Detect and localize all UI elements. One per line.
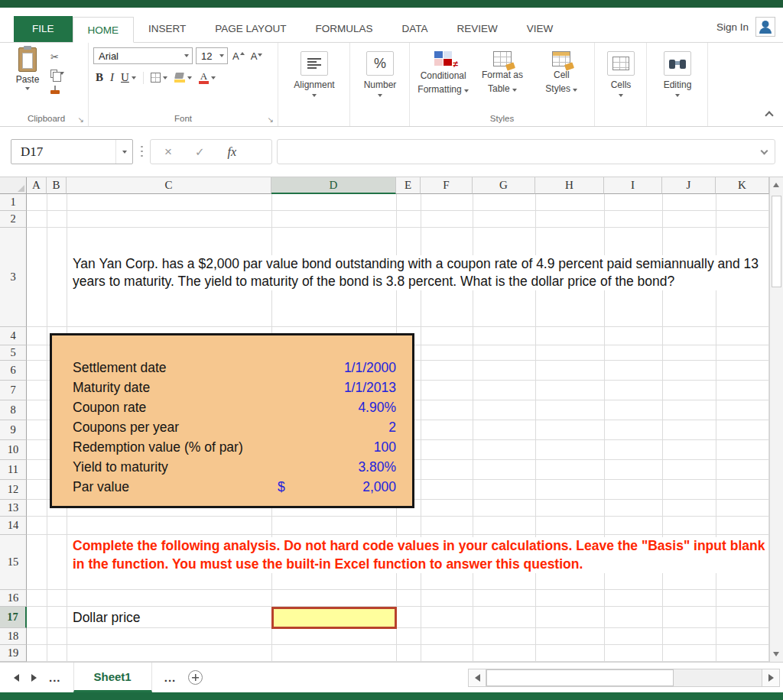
row-header-12[interactable]: 12 [0,480,27,500]
input-value[interactable]: 1/1/2000 [344,360,396,376]
row-header-9[interactable]: 9 [0,420,27,440]
input-value[interactable]: 100 [374,439,396,455]
fill-color-button[interactable] [174,73,192,83]
row-header-10[interactable]: 10 [0,440,27,460]
tab-insert[interactable]: INSERT [134,16,200,42]
row-header-13[interactable]: 13 [0,500,27,517]
scroll-up-icon[interactable] [773,183,779,187]
column-header-d[interactable]: D [271,177,396,194]
input-value[interactable]: 3.80% [358,459,396,475]
input-value[interactable]: 2 [388,420,396,436]
row-header-1[interactable]: 1 [0,194,27,211]
input-label[interactable]: Yield to maturity [73,459,358,475]
input-label[interactable]: Coupons per year [73,420,388,436]
italic-button[interactable]: I [110,71,114,84]
copy-button[interactable] [50,68,64,79]
font-color-button[interactable]: A [199,72,216,84]
clipboard-dialog-launcher[interactable]: ↘ [78,115,84,124]
column-header-g[interactable]: G [473,177,535,194]
scroll-down-icon[interactable] [773,652,779,656]
tab-formulas[interactable]: FORMULAS [301,16,388,42]
cell-dollar-price-label[interactable]: Dollar price [73,610,141,626]
sheet-tab-sheet1[interactable]: Sheet1 [73,663,152,692]
row-header-18[interactable]: 18 [0,628,27,645]
input-value[interactable]: 2,000 [362,479,396,495]
column-header-a[interactable]: A [27,177,47,194]
input-label[interactable]: Coupon rate [73,400,358,416]
input-label[interactable]: Par value [73,479,362,495]
tab-page-layout[interactable]: PAGE LAYOUT [200,16,301,42]
input-value[interactable]: 4.90% [358,400,396,416]
column-header-c[interactable]: C [67,177,271,194]
collapse-ribbon-icon[interactable] [765,111,773,119]
column-header-k[interactable]: K [716,177,769,194]
cells-group-button[interactable]: Cells [599,47,642,97]
sheet-nav-next-icon[interactable] [31,674,37,682]
input-value[interactable]: 1/1/2013 [344,380,396,396]
sheet-nav-prev-icon[interactable] [14,674,19,682]
row-header-6[interactable]: 6 [0,361,27,381]
format-painter-button[interactable] [50,84,64,95]
cancel-entry-icon[interactable]: × [164,144,172,160]
input-label[interactable]: Settlement date [73,360,344,376]
grid-row-1[interactable] [27,194,769,211]
tab-review[interactable]: REVIEW [443,16,512,42]
row-header-11[interactable]: 11 [0,460,27,480]
underline-button[interactable]: U [121,71,136,84]
bold-button[interactable]: B [96,71,103,84]
cell-styles-button[interactable]: Cell Styles [533,51,590,95]
horizontal-scroll-thumb[interactable] [486,669,674,686]
column-header-i[interactable]: I [604,177,662,194]
row-header-16[interactable]: 16 [0,590,27,607]
font-size-combobox[interactable]: 12 [196,47,228,64]
row-header-8[interactable]: 8 [0,400,27,420]
column-header-h[interactable]: H [535,177,604,194]
name-box-dropdown[interactable] [115,140,132,164]
vertical-scrollbar[interactable] [769,177,783,662]
paste-button[interactable]: Paste [9,47,46,95]
tab-view[interactable]: VIEW [512,16,568,42]
tab-data[interactable]: DATA [388,16,443,42]
add-sheet-button[interactable] [188,670,203,685]
number-group-button[interactable]: % Number [355,47,405,97]
alignment-group-button[interactable]: Alignment [283,47,346,97]
select-all-corner[interactable] [0,177,27,194]
row-header-2[interactable]: 2 [0,211,27,228]
vertical-scroll-thumb[interactable] [772,196,781,287]
shrink-font-button[interactable]: A [249,50,265,62]
row-header-4[interactable]: 4 [0,327,27,345]
row-header-5[interactable]: 5 [0,345,27,361]
editing-group-button[interactable]: Editing [651,47,703,97]
sheet-overflow-left[interactable]: ... [49,671,61,684]
scroll-right-button[interactable] [762,669,780,687]
column-header-j[interactable]: J [662,177,716,194]
font-name-combobox[interactable]: Arial [93,47,193,64]
formula-input[interactable] [277,139,775,164]
cell-question-text[interactable]: Yan Yan Corp. has a $2,000 par value bon… [73,255,765,290]
row-header-17[interactable]: 17 [0,607,27,628]
conditional-formatting-button[interactable]: ≠ Conditional Formatting [414,51,472,95]
row-header-15[interactable]: 15 [0,535,27,590]
currency-symbol[interactable]: $ [278,479,285,495]
horizontal-scrollbar[interactable] [468,669,780,687]
grid-row-2[interactable] [27,211,769,228]
row-header-19[interactable]: 19 [0,645,27,662]
input-label[interactable]: Maturity date [73,380,344,396]
scroll-left-button[interactable] [468,669,486,687]
row-header-14[interactable]: 14 [0,517,27,535]
grid-row-16[interactable] [27,590,769,607]
column-header-b[interactable]: B [47,177,67,194]
input-label[interactable]: Redemption value (% of par) [73,439,374,455]
tab-file[interactable]: FILE [14,16,73,42]
sheet-overflow-right[interactable]: ... [164,671,177,684]
cut-button[interactable]: ✂ [50,52,64,63]
grid-row-14[interactable] [27,517,769,535]
cell-d17-answer[interactable] [271,607,397,629]
confirm-entry-icon[interactable]: ✓ [195,145,205,159]
column-header-f[interactable]: F [421,177,473,194]
sign-in-button[interactable]: Sign In [716,11,783,42]
insert-function-button[interactable]: fx [228,145,237,159]
row-header-3[interactable]: 3 [0,228,27,327]
grid-row-19[interactable] [27,645,769,662]
horizontal-scroll-track[interactable] [486,669,762,687]
